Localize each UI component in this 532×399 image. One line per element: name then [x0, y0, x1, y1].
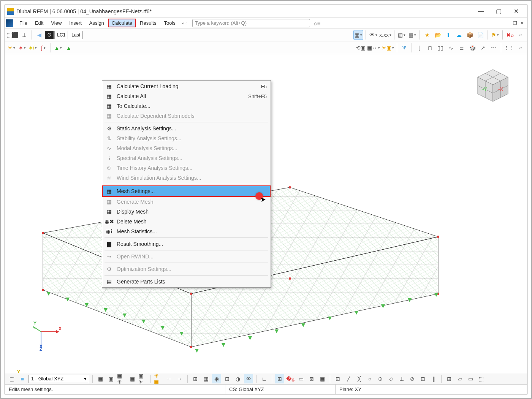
- path-icon[interactable]: ↗: [478, 43, 488, 53]
- menu-tools[interactable]: Tools: [160, 19, 179, 27]
- wave-icon[interactable]: ∿: [446, 43, 456, 53]
- snap-line-icon[interactable]: ╱: [344, 374, 353, 383]
- b-icon-7[interactable]: ←: [165, 374, 174, 383]
- menu-edit[interactable]: Edit: [31, 19, 47, 27]
- b-icon-2[interactable]: ▣: [106, 374, 116, 383]
- star-node-icon[interactable]: ✶▾: [17, 43, 27, 53]
- tool-selection-icon[interactable]: ⬚⬛: [6, 30, 19, 40]
- curve-icon[interactable]: ʃ▾: [38, 43, 48, 53]
- menu-view[interactable]: View: [47, 19, 65, 27]
- snap-near-icon[interactable]: ⊡: [418, 374, 428, 383]
- cs-color-icon[interactable]: ■: [18, 374, 27, 383]
- menu-item-calculate-current-loading[interactable]: ▦Calculate Current LoadingF5: [102, 81, 271, 91]
- close-button[interactable]: ✕: [507, 6, 525, 17]
- menu-item-mesh-settings[interactable]: ▦Mesh Settings...: [102, 185, 271, 197]
- menu-item-generate-parts-lists[interactable]: ▤Generate Parts Lists: [102, 277, 271, 287]
- b-icon-1[interactable]: ▣: [96, 374, 105, 383]
- new-model-icon[interactable]: ★: [422, 30, 432, 40]
- stop-icon[interactable]: ✖⌕: [505, 30, 515, 40]
- snap-center-icon[interactable]: ⊙: [376, 374, 385, 383]
- cs-icon[interactable]: ⬚: [7, 374, 16, 383]
- search-input[interactable]: Type a keyword (Alt+Q): [192, 19, 310, 27]
- menu-item-static-analysis-settings[interactable]: ⚙Static Analysis Settings...: [102, 124, 271, 133]
- snap-quad-icon[interactable]: ◇: [386, 374, 396, 383]
- tension-icon[interactable]: ⊓: [425, 43, 435, 53]
- lc-combo[interactable]: LC1: [54, 31, 68, 39]
- menu-assign[interactable]: Assign: [86, 19, 108, 27]
- menu-item-delete-mesh[interactable]: ▦✖Delete Mesh: [102, 217, 271, 226]
- navigation-cube[interactable]: -Y -X: [470, 62, 516, 108]
- tool-loadcase-prev-icon[interactable]: ◀: [34, 30, 44, 40]
- b-icon-10[interactable]: ▦: [201, 374, 211, 383]
- cs-combo[interactable]: 1 - Global XYZ▾: [28, 375, 89, 383]
- snap-obj-icon[interactable]: ▱: [455, 374, 464, 383]
- search-go-icon[interactable]: ⌕≡: [314, 20, 321, 26]
- snap-end-icon[interactable]: ⊡: [333, 374, 342, 383]
- menu-item-to-calculate[interactable]: ▦To Calculate...: [102, 101, 271, 111]
- layers-icon[interactable]: ≣: [457, 43, 467, 53]
- menu-item-display-mesh[interactable]: ▦Display Mesh: [102, 207, 271, 217]
- b-icon-9[interactable]: ⊞: [191, 374, 200, 383]
- flag-icon[interactable]: ⚑▾: [490, 30, 500, 40]
- b-icon-3[interactable]: ▣☀: [117, 374, 126, 383]
- menu-overflow-icon[interactable]: ›› ‹: [182, 21, 187, 25]
- b-icon-5[interactable]: ▣☀: [138, 374, 147, 383]
- snap-par-icon[interactable]: ∥: [429, 374, 438, 383]
- blue-cloud-icon[interactable]: ⬆: [443, 30, 453, 40]
- snap-ext-icon[interactable]: ⬚: [477, 374, 486, 383]
- snap-intersect-icon[interactable]: ▣: [318, 374, 327, 383]
- render2-icon[interactable]: ▨▾: [407, 30, 417, 40]
- cube-new-icon[interactable]: ☀▣▾: [381, 43, 394, 53]
- menu-results[interactable]: Results: [136, 19, 160, 27]
- mdi-close-icon[interactable]: ✕: [520, 21, 524, 26]
- b-icon-12[interactable]: ⊡: [223, 374, 232, 383]
- snap-perp-icon[interactable]: ⊥: [397, 374, 406, 383]
- star-new-icon[interactable]: ☀▾: [6, 43, 16, 53]
- snap-plane-icon[interactable]: ▭: [466, 374, 475, 383]
- b-icon-14[interactable]: 👁: [244, 374, 253, 383]
- b-icon-6[interactable]: ☀▣: [154, 374, 163, 383]
- snap-magnet-icon[interactable]: �⍙: [286, 374, 295, 383]
- b-icon-13[interactable]: ◑: [233, 374, 242, 383]
- menu-item-calculate-all[interactable]: ▦Calculate AllShift+F5: [102, 91, 271, 101]
- graph-icon[interactable]: ⌊: [414, 43, 424, 53]
- b-icon-11[interactable]: ◉: [212, 374, 221, 383]
- snap-x-icon[interactable]: ⊠: [307, 374, 316, 383]
- b-icon-15[interactable]: ∟: [260, 374, 269, 383]
- filter-icon[interactable]: ⧩: [399, 43, 409, 53]
- support-icon[interactable]: ▲▾: [53, 43, 63, 53]
- g-indicator[interactable]: G: [45, 31, 54, 39]
- dots1-icon[interactable]: ⋮⋮: [504, 43, 515, 53]
- star-line-icon[interactable]: ✶/▾: [28, 43, 38, 53]
- package-icon[interactable]: 📦: [465, 30, 475, 40]
- cloud-icon[interactable]: ☁: [454, 30, 464, 40]
- snap-grid-icon[interactable]: ⊞: [275, 374, 284, 383]
- dots2-icon[interactable]: ››: [516, 43, 526, 53]
- render-icon[interactable]: ▧▾: [397, 30, 407, 40]
- menu-file[interactable]: File: [16, 19, 31, 27]
- snap-tan-icon[interactable]: ⊘: [408, 374, 417, 383]
- film-icon[interactable]: ▯▯: [435, 43, 445, 53]
- snap-rect-icon[interactable]: ▭: [296, 374, 306, 383]
- tool-node-icon[interactable]: ⊥: [19, 30, 29, 40]
- maximize-button[interactable]: ▢: [490, 6, 507, 17]
- snap-grid2-icon[interactable]: ⊞: [445, 374, 454, 383]
- overflow-arrows-icon[interactable]: ››: [516, 30, 526, 40]
- minimize-button[interactable]: —: [472, 6, 490, 17]
- open-folder-icon[interactable]: 📂: [433, 30, 443, 40]
- cube-spin-icon[interactable]: ⟲▣: [356, 43, 366, 53]
- wing-icon[interactable]: 〰: [489, 43, 499, 53]
- last-combo[interactable]: Last: [69, 31, 83, 39]
- support2-icon[interactable]: ▲: [64, 43, 74, 53]
- menu-item-mesh-statistics[interactable]: ▦ℹMesh Statistics...: [102, 226, 271, 236]
- doc-icon[interactable]: 📄: [475, 30, 485, 40]
- menu-insert[interactable]: Insert: [65, 19, 86, 27]
- b-icon-8[interactable]: →: [175, 374, 184, 383]
- visibility-icon[interactable]: 👁▾: [368, 30, 378, 40]
- grid-settings-icon[interactable]: ▦▾: [353, 30, 363, 40]
- menu-item-result-smoothing[interactable]: ▇Result Smoothing...: [102, 239, 271, 249]
- cube-move-icon[interactable]: ▣↔▾: [367, 43, 380, 53]
- menu-calculate[interactable]: Calculate: [108, 19, 136, 27]
- snap-circle-icon[interactable]: ○: [365, 374, 374, 383]
- dimension-icon[interactable]: x.xx▾: [379, 30, 392, 40]
